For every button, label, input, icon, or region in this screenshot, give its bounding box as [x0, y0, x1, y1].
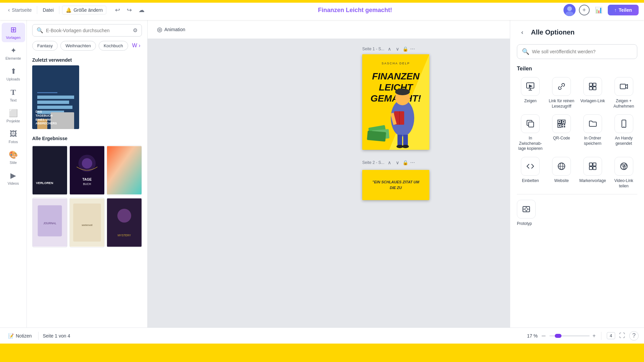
- sidebar-item-projekte[interactable]: ⬜ Projekte: [2, 106, 25, 126]
- share-option-vorlagen-link[interactable]: Vorlagen-Link: [579, 77, 606, 109]
- result-item-4[interactable]: JOURNAL: [32, 197, 67, 248]
- svg-rect-4: [37, 92, 57, 93]
- share-option-handy[interactable]: An Handy gesendet: [610, 114, 637, 152]
- filter-button[interactable]: ⚙: [133, 27, 138, 34]
- back-button[interactable]: ‹: [517, 27, 528, 38]
- svg-rect-70: [564, 126, 565, 127]
- result-item-2[interactable]: TAGE BUCH: [69, 145, 105, 195]
- animation-icon: ◎: [157, 26, 162, 33]
- svg-text:TAGE: TAGE: [83, 178, 92, 181]
- page-2-collapse-down[interactable]: ∨: [394, 159, 400, 166]
- avatar: [564, 4, 576, 16]
- share-option-prototyp[interactable]: Prototyp: [517, 200, 637, 227]
- resize-button[interactable]: 🔔 Größe ändern: [62, 6, 106, 14]
- share-icon: ↑: [614, 7, 617, 13]
- recently-used-title: Zuletzt verwendet: [27, 55, 147, 65]
- video-link-label: Video-Link teilen: [610, 178, 637, 189]
- share-panel-title: Alle Optionen: [531, 28, 575, 36]
- undo-button[interactable]: ↩: [113, 4, 122, 16]
- svg-rect-67: [562, 124, 563, 125]
- page-1-lock[interactable]: 🔒: [402, 46, 408, 52]
- svg-rect-18: [107, 146, 142, 194]
- zoom-in-button[interactable]: +: [592, 333, 595, 339]
- svg-point-26: [117, 209, 131, 223]
- notes-button[interactable]: 📝 Notizen: [5, 332, 34, 340]
- share-search-input[interactable]: [532, 49, 632, 54]
- sidebar-item-uploads[interactable]: ⬆ Uploads: [2, 64, 25, 84]
- share-search: 🔍: [517, 44, 637, 59]
- save-cloud-button[interactable]: ☁: [137, 4, 147, 16]
- svg-rect-7: [37, 106, 72, 109]
- share-option-zeigen[interactable]: Zeigen: [517, 77, 544, 109]
- share-button[interactable]: ↑ Teilen: [608, 5, 639, 15]
- tag-weihnachten[interactable]: Weihnachten: [60, 41, 96, 51]
- page-2-canvas[interactable]: "EIN SCHLAUES ZITAT UM DIE ZU: [362, 170, 429, 200]
- share-option-video-link[interactable]: Video-Link teilen: [610, 157, 637, 189]
- search-box: 🔍 ⚙: [32, 24, 142, 37]
- result-item-6[interactable]: MYSTERY: [107, 197, 142, 248]
- fullscreen-button[interactable]: ⛶: [619, 332, 625, 339]
- share-option-markenvorlage[interactable]: Markenvorlage: [579, 157, 606, 189]
- stile-label: Stile: [10, 161, 17, 165]
- sidebar-item-vorlagen[interactable]: ⊞ Vorlagen: [2, 23, 25, 42]
- page-1-collapse-up[interactable]: ∧: [386, 46, 392, 52]
- result-item-3[interactable]: [107, 145, 142, 195]
- search-input[interactable]: [46, 28, 130, 33]
- page-1-more[interactable]: ⋯: [410, 46, 415, 52]
- tag-fantasy[interactable]: Fantasy: [32, 41, 58, 51]
- svg-rect-11: [33, 146, 67, 194]
- sidebar-item-fotos[interactable]: 🖼 Fotos: [2, 127, 25, 146]
- analytics-button[interactable]: 📊: [593, 4, 604, 16]
- page-1-canvas[interactable]: SASCHA DELP FINANZEN LEICHT GEMACHT!: [362, 54, 429, 150]
- svg-point-72: [624, 126, 624, 127]
- markenvorlage-label: Markenvorlage: [579, 178, 606, 184]
- sidebar-item-stile[interactable]: 🎨 Stile: [2, 148, 25, 167]
- file-menu[interactable]: Datei: [40, 6, 56, 14]
- svg-rect-77: [593, 163, 596, 166]
- tag-kochbuch[interactable]: Kochbuch: [99, 41, 128, 51]
- add-collaborator-button[interactable]: +: [579, 5, 590, 15]
- template-icon: [583, 77, 602, 96]
- tag-more[interactable]: W ›: [131, 41, 142, 51]
- share-option-einbetten[interactable]: Einbetten: [517, 157, 544, 189]
- help-button[interactable]: ?: [629, 331, 639, 341]
- search-area: 🔍 ⚙: [27, 20, 147, 41]
- share-option-ordner[interactable]: In Ordner speichern: [579, 114, 606, 152]
- videos-label: Videos: [8, 181, 19, 185]
- zoom-slider-track[interactable]: [549, 335, 590, 337]
- svg-point-46: [402, 145, 409, 148]
- share-option-website[interactable]: Website: [548, 157, 575, 189]
- page-1-collapse-down[interactable]: ∨: [394, 46, 400, 52]
- elemente-icon: ✦: [10, 46, 16, 55]
- page-2-collapse-up[interactable]: ∧: [386, 159, 392, 166]
- redo-button[interactable]: ↪: [125, 4, 134, 16]
- svg-marker-59: [626, 84, 628, 88]
- share-option-zwischenablage[interactable]: In Zwischenab- lage kopieren: [517, 114, 544, 152]
- recent-template-1[interactable]: DASTAGEBUCHEINES UNI-ABBRECHERS: [32, 65, 79, 129]
- vorlagen-link-label: Vorlagen-Link: [580, 99, 605, 104]
- zoom-slider-thumb[interactable]: [555, 334, 561, 338]
- animation-button[interactable]: ◎ Animation: [153, 24, 189, 35]
- header-left: ‹ Startseite Datei 🔔 Größe ändern: [5, 6, 106, 14]
- share-option-zeigen-aufnehmen[interactable]: Zeigen + Aufnehmen: [610, 77, 637, 109]
- page-number-button[interactable]: 4: [607, 332, 615, 339]
- share-option-qr-code[interactable]: QR-Code: [548, 114, 575, 152]
- share-option-link-lesen[interactable]: Link für reinen Lesezugriff: [548, 77, 575, 109]
- page-1-label: Seite 1 - S...: [362, 47, 384, 51]
- result-item-1[interactable]: VERLORENIM WALD HUBREY HOLST: [32, 145, 67, 195]
- stile-icon: 🎨: [9, 150, 18, 159]
- svg-point-1: [567, 6, 572, 11]
- page-2-lock[interactable]: 🔒: [402, 160, 408, 165]
- page-2-more[interactable]: ⋯: [410, 160, 415, 165]
- link-icon: [552, 77, 571, 96]
- projekte-label: Projekte: [6, 119, 20, 123]
- vorlagen-label: Vorlagen: [6, 36, 20, 40]
- header: ‹ Startseite Datei 🔔 Größe ändern ↩ ↪ ☁ …: [0, 0, 644, 20]
- sidebar-item-videos[interactable]: ▶ Videos: [2, 169, 25, 188]
- sidebar-item-text[interactable]: T Text: [2, 85, 25, 105]
- home-button[interactable]: ‹ Startseite: [5, 6, 34, 14]
- page-2-label: Seite 2 - S...: [362, 160, 384, 165]
- result-item-5[interactable]: seelenvoll: [69, 197, 105, 248]
- zeigen-label: Zeigen: [524, 99, 537, 104]
- sidebar-item-elemente[interactable]: ✦ Elemente: [2, 44, 25, 63]
